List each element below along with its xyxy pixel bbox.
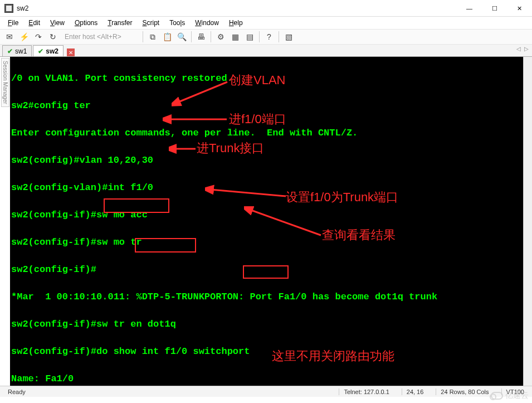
terminal-line: sw2#config ter <box>11 99 531 113</box>
quick-connect-icon[interactable]: ⚡ <box>18 31 30 43</box>
arrow-icon <box>169 143 199 154</box>
host-input[interactable]: Enter host <Alt+R> <box>61 33 139 41</box>
misc-icon[interactable]: ▧ <box>282 31 295 43</box>
window-titlebar: sw2 — ☐ ✕ <box>0 0 532 17</box>
tab-sw1[interactable]: ✔ sw1 <box>2 45 32 56</box>
separator <box>279 31 279 42</box>
close-button[interactable]: ✕ <box>507 0 532 17</box>
watermark-text: 亿速云 <box>505 391 529 401</box>
menu-window[interactable]: Window <box>191 18 223 28</box>
menu-options[interactable]: Options <box>70 18 102 28</box>
minimize-button[interactable]: — <box>457 0 482 17</box>
separator <box>143 31 143 42</box>
status-cursor-pos: 24, 16 <box>402 389 428 395</box>
separator <box>259 31 260 42</box>
terminal-line: sw2(config-if)# <box>11 263 531 277</box>
menu-edit[interactable]: Edit <box>24 18 45 28</box>
tab-nav: ◁ ▷ <box>516 46 529 52</box>
window-controls: — ☐ ✕ <box>457 0 532 17</box>
paste-icon[interactable]: 📋 <box>161 31 173 43</box>
tile-icon[interactable]: ▤ <box>243 31 256 43</box>
menu-tools[interactable]: Tools <box>165 18 189 28</box>
find-icon[interactable]: 🔍 <box>175 31 188 43</box>
terminal-line: sw2(config-if)#sw mo acc <box>11 208 531 222</box>
status-connected-icon: ✔ <box>7 47 13 55</box>
help-icon[interactable]: ? <box>263 31 275 43</box>
tab-sw2[interactable]: ✔ sw2 <box>33 45 64 56</box>
toolbar: ✉ ⚡ ↷ ↻ Enter host <Alt+R> ⧉ 📋 🔍 🖶 ⚙ ▦ ▤… <box>0 29 532 45</box>
settings-icon[interactable]: ⚙ <box>214 31 227 43</box>
terminal-line: sw2(config-if)#do show int f1/0 switchpo… <box>11 345 531 359</box>
window-title: sw2 <box>17 4 28 12</box>
status-ready: Ready <box>3 389 331 395</box>
menu-script[interactable]: Script <box>138 18 164 28</box>
copy-icon[interactable]: ⧉ <box>147 31 159 43</box>
terminal-line: /0 on VLAN1. Port consistency restored. <box>11 72 531 86</box>
status-connected-icon: ✔ <box>38 47 43 55</box>
menubar: File Edit View Options Transfer Script T… <box>0 17 532 29</box>
tab-next-button[interactable]: ▷ <box>524 46 529 52</box>
maximize-button[interactable]: ☐ <box>482 0 507 17</box>
statusbar: Ready Telnet: 127.0.0.1 24, 16 24 Rows, … <box>0 386 532 397</box>
terminal-line: *Mar 1 00:10:10.011: %DTP-5-TRUNKPORTON:… <box>11 290 531 304</box>
separator <box>191 31 192 42</box>
scrollbar[interactable] <box>523 57 532 386</box>
arrow-icon <box>163 113 230 127</box>
terminal-line: Name: Fa1/0 <box>11 372 531 386</box>
terminal-line: Enter configuration commands, one per li… <box>11 127 531 140</box>
tab-prev-button[interactable]: ◁ <box>516 46 521 52</box>
status-connection: Telnet: 127.0.0.1 <box>339 389 393 395</box>
connect-icon[interactable]: ✉ <box>3 31 16 43</box>
status-size: 24 Rows, 80 Cols <box>436 389 493 395</box>
menu-transfer[interactable]: Transfer <box>103 18 136 28</box>
app-icon <box>4 4 13 13</box>
terminal-line: sw2(config-if)#sw tr en dot1q <box>11 318 531 332</box>
menu-help[interactable]: Help <box>224 18 247 28</box>
menu-file[interactable]: File <box>3 18 23 28</box>
session-options-icon[interactable]: ▦ <box>229 31 241 43</box>
session-manager-panel[interactable]: Session Manager <box>1 58 9 107</box>
annotation-text: 进f1/0端口 <box>229 113 286 127</box>
separator <box>211 31 211 42</box>
tab-close-button[interactable]: ✕ <box>67 48 75 56</box>
terminal-line: sw2(config-vlan)#int f1/0 <box>11 181 531 195</box>
print-icon[interactable]: 🖶 <box>195 31 207 43</box>
tabbar: ✔ sw1 ✔ sw2 ✕ ◁ ▷ <box>0 45 532 57</box>
menu-view[interactable]: View <box>46 18 69 28</box>
tab-label: sw2 <box>46 47 58 55</box>
reconnect-icon[interactable]: ↻ <box>47 31 59 43</box>
terminal-line: sw2(config-if)#sw mo tr <box>11 236 531 250</box>
watermark-icon <box>491 392 503 400</box>
terminal-output[interactable]: /0 on VLAN1. Port consistency restored. … <box>10 57 532 386</box>
disconnect-icon[interactable]: ↷ <box>32 31 45 43</box>
watermark: 亿速云 <box>491 391 529 401</box>
terminal-line: sw2(config)#vlan 10,20,30 <box>11 154 531 168</box>
tab-label: sw1 <box>15 47 27 55</box>
